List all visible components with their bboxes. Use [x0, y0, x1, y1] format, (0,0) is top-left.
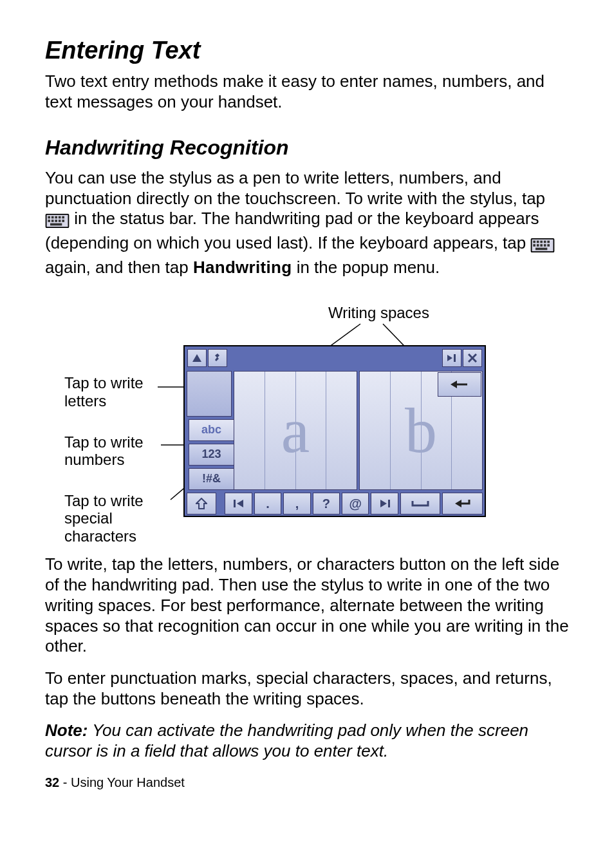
backspace-icon — [451, 379, 469, 390]
mode-tab-blank[interactable] — [187, 371, 232, 417]
expand-right-icon — [446, 354, 458, 363]
svg-marker-26 — [237, 500, 243, 507]
close-icon — [468, 354, 477, 363]
comma-button[interactable]: , — [283, 493, 310, 514]
write-instructions-1: To write, tap the letters, numbers, or c… — [45, 554, 569, 657]
sample-char-a: a — [281, 392, 310, 470]
space-icon — [411, 499, 430, 508]
note-label: Note: — [45, 721, 88, 740]
next-word-button[interactable] — [371, 493, 398, 514]
keyboard-icon — [530, 237, 555, 258]
page-number: 32 — [45, 775, 59, 789]
hw-text-1d: in the popup menu. — [297, 258, 440, 277]
svg-rect-25 — [234, 500, 236, 507]
svg-rect-28 — [388, 500, 390, 507]
svg-marker-18 — [447, 355, 452, 361]
space-button[interactable] — [400, 493, 441, 514]
prev-word-button[interactable] — [225, 493, 252, 514]
skip-start-icon — [233, 499, 245, 508]
footer-sep: - — [59, 775, 71, 789]
callout-letters: Tap to write letters — [64, 374, 187, 410]
expand-right-button[interactable] — [442, 349, 461, 367]
shift-icon — [196, 498, 207, 509]
enter-button[interactable] — [442, 493, 483, 514]
intro-paragraph: Two text entry methods make it easy to e… — [45, 71, 569, 112]
callout-numbers: Tap to write numbers — [64, 433, 187, 469]
pin-button[interactable] — [208, 349, 227, 367]
callout-special: Tap to write special characters — [64, 492, 187, 545]
popup-menu-label: Handwriting — [193, 258, 292, 277]
hw-text-1c: again, and then tap — [45, 258, 193, 277]
skip-end-icon — [379, 499, 391, 508]
footer-section-name: Using Your Handset — [71, 775, 185, 789]
note-body: You can activate the handwriting pad onl… — [45, 721, 528, 760]
svg-marker-17 — [192, 354, 201, 362]
up-arrow-button[interactable] — [187, 349, 207, 367]
handwriting-paragraph: You can use the stylus as a pen to write… — [45, 168, 569, 278]
svg-rect-19 — [454, 354, 456, 362]
up-arrow-icon — [192, 354, 201, 362]
enter-icon — [454, 498, 472, 509]
backspace-button[interactable] — [438, 372, 481, 397]
write-instructions-2: To enter punctuation marks, special char… — [45, 668, 569, 709]
hw-text-1b: in the status bar. The handwriting pad o… — [45, 209, 539, 252]
mode-tab-123[interactable]: 123 — [189, 444, 234, 466]
at-button[interactable]: @ — [342, 493, 369, 514]
svg-marker-29 — [455, 500, 461, 507]
svg-marker-23 — [451, 381, 457, 388]
handwriting-pad-diagram: Writing spaces Tap to write letters Tap … — [45, 303, 560, 535]
pad-top-bar — [185, 346, 485, 370]
question-button[interactable]: ? — [313, 493, 340, 514]
writing-spaces-label: Writing spaces — [328, 303, 429, 322]
heading-handwriting: Handwriting Recognition — [45, 135, 569, 160]
handwriting-pad: abc 123 !#& a b — [183, 345, 486, 517]
mode-tab-symbols[interactable]: !#& — [189, 468, 234, 490]
pin-icon — [212, 353, 223, 363]
page-footer: 32 - Using Your Handset — [45, 775, 569, 790]
mode-tab-abc[interactable]: abc — [189, 419, 234, 441]
keyboard-icon — [45, 212, 70, 233]
hw-text-1a: You can use the stylus as a pen to write… — [45, 168, 545, 208]
period-button[interactable]: . — [254, 493, 281, 514]
svg-marker-24 — [196, 498, 207, 509]
writing-space-1[interactable]: a — [234, 371, 357, 490]
sample-char-b: b — [405, 392, 437, 470]
svg-marker-27 — [380, 500, 387, 507]
heading-entering-text: Entering Text — [45, 35, 569, 65]
note-paragraph: Note: You can activate the handwriting p… — [45, 721, 569, 761]
shift-button[interactable] — [187, 493, 216, 514]
close-button[interactable] — [463, 349, 482, 367]
